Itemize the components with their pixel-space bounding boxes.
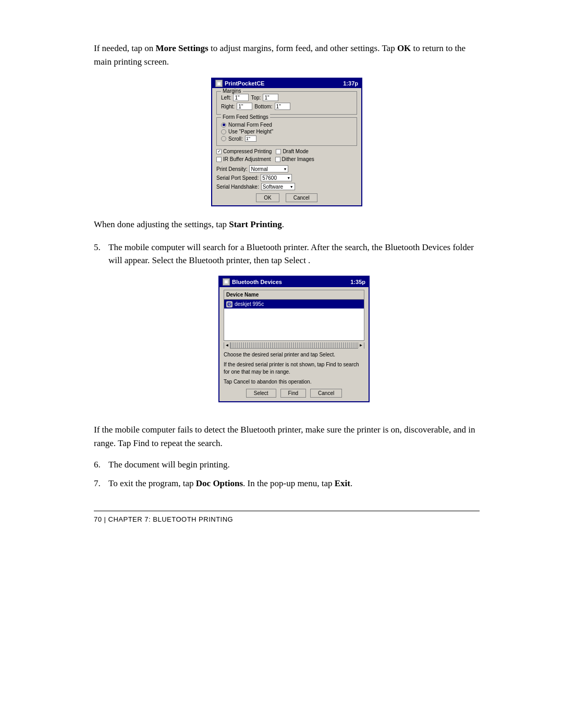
step-7-text1: To exit the program, tap (108, 478, 196, 488)
top-input[interactable] (263, 94, 278, 101)
margin-row-bottom: Right: Bottom: (221, 103, 352, 110)
selected-device[interactable]: deskjet 995c (224, 300, 364, 309)
step-7-text: To exit the program, tap Doc Options. In… (108, 477, 352, 490)
serial-speed-dropdown[interactable]: 57600 ▼ (261, 174, 292, 181)
bt-dialog-time: 1:35p (350, 278, 365, 287)
intro-text2: to adjust margins, form feed, and other … (209, 43, 397, 53)
print-pocket-dialog-container: ▣ PrintPocketCE 1:37p Margins Left: Top:… (94, 78, 480, 206)
bottom-input[interactable] (275, 103, 290, 110)
bluetooth-dialog-container: ▣ Bluetooth Devices 1:35p Device Name de… (108, 276, 480, 403)
bt-title-icon: ▣ (223, 278, 230, 286)
left-label: Left: (221, 95, 231, 101)
bt-find-button[interactable]: Find (280, 389, 306, 398)
cancel-button[interactable]: Cancel (286, 193, 317, 202)
dialog-titlebar: ▣ PrintPocketCE 1:37p (212, 79, 361, 88)
chapter-footer: 70 | CHAPTER 7: BLUETOOTH PRINTING (94, 511, 480, 523)
dialog-body: Margins Left: Top: Right: Bottom: Form F… (212, 88, 361, 205)
ir-buffer-checkbox[interactable] (216, 157, 222, 162)
radio-paper-height-label: Use "Paper Height" (228, 129, 273, 134)
compressed-checkbox-row[interactable]: Compressed Printing (216, 149, 272, 154)
step-7-item: 7. To exit the program, tap Doc Options.… (94, 477, 480, 490)
print-density-dropdown[interactable]: Normal ▼ (249, 165, 288, 172)
dialog-button-row: OK Cancel (216, 193, 357, 202)
step-7-number: 7. (94, 477, 108, 490)
print-density-label: Print Density: (216, 166, 247, 172)
bt-dialog-title: Bluetooth Devices (232, 278, 282, 287)
when-done-text1: When done adjusting the settings, tap (94, 219, 229, 229)
serial-handshake-label: Serial Handshake: (216, 184, 259, 190)
dither-checkbox-row[interactable]: Dither Images (275, 156, 314, 162)
ir-buffer-label: IR Buffer Adjustment (223, 156, 271, 162)
radio-normal[interactable]: Normal Form Feed (221, 122, 352, 128)
step-5-item: 5. The mobile computer will search for a… (94, 241, 480, 414)
serial-speed-row: Serial Port Speed: 57600 ▼ (216, 174, 357, 181)
device-list: deskjet 995c (224, 299, 364, 341)
radio-normal-label: Normal Form Feed (228, 122, 272, 128)
when-done-paragraph: When done adjusting the settings, tap St… (94, 218, 480, 231)
footer-text: 70 | CHAPTER 7: BLUETOOTH PRINTING (94, 515, 233, 523)
draft-checkbox-row[interactable]: Draft Mode (276, 149, 308, 154)
title-icon: ▣ (215, 80, 223, 87)
bt-info1: Choose the desired serial printer and ta… (224, 351, 364, 359)
radio-paper-height[interactable]: Use "Paper Height" (221, 129, 352, 134)
form-feed-options: Normal Form Feed Use "Paper Height" Scro… (221, 120, 352, 142)
bt-dialog-body: Device Name deskjet 995c ◄ ► (219, 287, 369, 401)
draft-checkbox[interactable] (276, 149, 281, 154)
selected-device-name: deskjet 995c (235, 300, 264, 308)
step-5-content: The mobile computer will search for a Bl… (108, 241, 480, 414)
serial-handshake-arrow: ▼ (290, 185, 293, 189)
ok-button[interactable]: OK (256, 193, 279, 202)
checkboxes-row2: IR Buffer Adjustment Dither Images (216, 156, 357, 163)
form-feed-fieldset: Form Feed Settings Normal Form Feed Use … (216, 117, 357, 146)
bt-cancel-button[interactable]: Cancel (310, 389, 342, 398)
margins-legend: Margins (221, 88, 243, 94)
compressed-checkbox[interactable] (216, 149, 222, 154)
right-label: Right: (221, 104, 235, 109)
dither-label: Dither Images (282, 156, 314, 162)
radio-scroll-circle[interactable] (221, 136, 226, 141)
compressed-label: Compressed Printing (223, 149, 272, 154)
dialog-time: 1:37p (343, 80, 358, 87)
radio-scroll[interactable]: Scroll: 1" (221, 135, 352, 142)
after-bt-paragraph: If the mobile computer fails to detect t… (94, 423, 480, 450)
step-7-bold2: Exit (335, 478, 350, 488)
ir-buffer-checkbox-row[interactable]: IR Buffer Adjustment (216, 156, 271, 162)
serial-handshake-row: Serial Handshake: Software ▼ (216, 183, 357, 190)
device-name-header: Device Name (224, 290, 364, 299)
bt-select-button[interactable]: Select (246, 389, 276, 398)
bluetooth-dialog: ▣ Bluetooth Devices 1:35p Device Name de… (218, 276, 370, 403)
step-7-text2: . In the pop-up menu, tap (243, 478, 335, 488)
checkboxes-row1: Compressed Printing Draft Mode (216, 149, 357, 155)
left-input[interactable] (233, 94, 249, 101)
scroll-right-btn[interactable]: ► (358, 342, 364, 349)
right-input[interactable] (237, 103, 252, 110)
print-density-arrow: ▼ (284, 167, 287, 171)
step-6-number: 6. (94, 458, 108, 472)
step-7-text3: . (350, 478, 352, 488)
when-done-bold1: Start Printing (229, 219, 282, 229)
dialog-title: PrintPocketCE (225, 80, 264, 87)
step-6-text: The document will begin printing. (108, 458, 230, 472)
intro-text1: If needed, tap on (94, 43, 155, 53)
draft-label: Draft Mode (283, 149, 308, 154)
serial-handshake-dropdown[interactable]: Software ▼ (261, 183, 295, 190)
serial-speed-value: 57600 (262, 175, 277, 181)
serial-speed-label: Serial Port Speed: (216, 175, 259, 181)
scroll-left-btn[interactable]: ◄ (224, 342, 230, 349)
margins-fieldset: Margins Left: Top: Right: Bottom: (216, 91, 357, 115)
top-label: Top: (251, 95, 261, 101)
scroll-thumb (230, 342, 358, 348)
print-pocket-dialog: ▣ PrintPocketCE 1:37p Margins Left: Top:… (211, 78, 362, 206)
step-5-text: The mobile computer will search for a Bl… (108, 241, 480, 267)
print-density-row: Print Density: Normal ▼ (216, 165, 357, 172)
dither-checkbox[interactable] (275, 157, 280, 162)
titlebar-left: ▣ PrintPocketCE (215, 80, 264, 87)
radio-paper-height-circle[interactable] (221, 129, 226, 134)
print-density-value: Normal (251, 166, 267, 172)
scroll-value[interactable]: 1" (245, 135, 256, 142)
step-7-bold1: Doc Options (196, 478, 243, 488)
radio-normal-circle[interactable] (221, 122, 226, 128)
bt-titlebar-left: ▣ Bluetooth Devices (223, 278, 282, 287)
scrollbar[interactable]: ◄ ► (224, 342, 364, 349)
intro-bold1: More Settings (155, 43, 208, 53)
